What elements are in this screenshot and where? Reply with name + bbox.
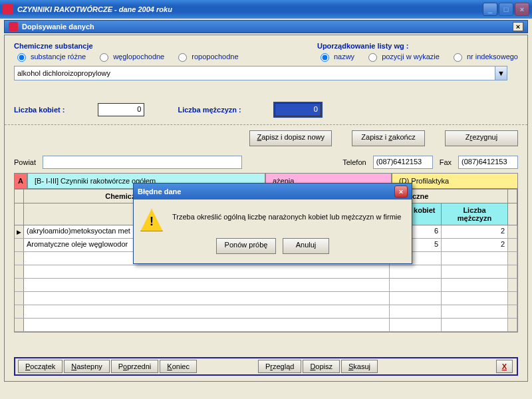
telefon-label: Telefon xyxy=(342,158,366,166)
save-and-add-button[interactable]: Zapisz i dopisz nowy xyxy=(249,130,332,146)
nav-delete-button[interactable]: Skasuj xyxy=(341,360,378,373)
telefon-input[interactable]: (087)6412153 xyxy=(373,156,433,169)
window-title: CZYNNIKI RAKOTWÓRCZE - dane 2004 roku xyxy=(17,5,172,13)
radio-weglopochodne[interactable]: węglopochodne xyxy=(96,51,164,62)
warning-icon xyxy=(140,209,163,231)
dialog-retry-button[interactable]: Ponów próbę xyxy=(216,238,276,254)
powiat-label: Powiat xyxy=(14,158,36,166)
dropdown-toggle[interactable]: ▼ xyxy=(495,66,507,80)
ordering-group: Uporządkowanie listy wg : nazwy pozycji … xyxy=(317,42,518,62)
save-and-close-button[interactable]: Zapisz i zakończ xyxy=(352,130,425,146)
app-icon xyxy=(3,4,13,15)
nav-end-button[interactable]: Koniec xyxy=(160,360,197,373)
women-input[interactable]: 0 xyxy=(98,103,144,116)
dialog-titlebar: Błędne dane × xyxy=(134,184,412,200)
nav-add-button[interactable]: Dopisz xyxy=(303,360,340,373)
subwindow-titlebar: Dopisywanie danych × xyxy=(4,20,528,33)
fax-label: Fax xyxy=(440,158,452,166)
maximize-button[interactable]: □ xyxy=(499,3,513,16)
error-dialog: Błędne dane × Trzeba określić ogólną lic… xyxy=(133,183,412,264)
radio-order-pozycji[interactable]: pozycji w wykazie xyxy=(365,51,440,62)
nav-exit-button[interactable]: X xyxy=(496,360,513,373)
radio-order-nazwy[interactable]: nazwy xyxy=(317,51,354,62)
dropdown-value: alkohol dichloroizopropylowy xyxy=(17,69,110,77)
row-marker-icon: ▶ xyxy=(15,225,24,238)
fax-input[interactable]: (087)6412153 xyxy=(458,156,518,169)
substances-legend: Chemiczne substancje xyxy=(14,42,239,51)
nav-next-button[interactable]: Nastepny xyxy=(64,360,109,373)
women-label: Liczba kobiet : xyxy=(14,106,65,114)
radio-substancje-rozne[interactable]: substancje różne xyxy=(14,51,86,62)
dialog-message: Trzeba określić ogólną liczbę narażonych… xyxy=(172,209,401,221)
nav-view-button[interactable]: Przegląd xyxy=(258,360,301,373)
resign-button[interactable]: Zrezygnuj xyxy=(445,130,518,146)
men-label: Liczba mężczyzn : xyxy=(178,106,241,114)
substances-group: Chemiczne substancje substancje różne wę… xyxy=(14,42,239,62)
close-button[interactable]: × xyxy=(515,3,529,16)
substance-dropdown[interactable]: alkohol dichloroizopropylowy ▼ xyxy=(14,66,507,80)
dialog-close-button[interactable]: × xyxy=(394,186,408,198)
radio-ropopochodne[interactable]: ropopochodne xyxy=(175,51,238,62)
navigation-bar: Początek Nastepny Poprzedni Koniec Przeg… xyxy=(14,357,518,376)
powiat-input[interactable] xyxy=(43,156,242,169)
minimize-button[interactable]: _ xyxy=(483,3,497,16)
tab-a[interactable]: A xyxy=(14,173,27,189)
nav-prev-button[interactable]: Poprzedni xyxy=(111,360,159,373)
radio-order-nrindeks[interactable]: nr indeksowego xyxy=(450,51,518,62)
main-titlebar: CZYNNIKI RAKOTWÓRCZE - dane 2004 roku _ … xyxy=(0,0,532,19)
nav-begin-button[interactable]: Początek xyxy=(18,360,63,373)
col-men: Liczba mężczyzn xyxy=(442,203,508,225)
subwindow-title: Dopisywanie danych xyxy=(22,23,94,31)
men-input[interactable]: 0 xyxy=(275,103,321,116)
ordering-legend: Uporządkowanie listy wg : xyxy=(317,42,518,51)
subwindow-icon xyxy=(9,22,18,31)
subwindow-close-button[interactable]: × xyxy=(513,22,523,31)
dialog-cancel-button[interactable]: Anuluj xyxy=(283,238,329,254)
dialog-title: Błędne dane xyxy=(138,188,181,196)
